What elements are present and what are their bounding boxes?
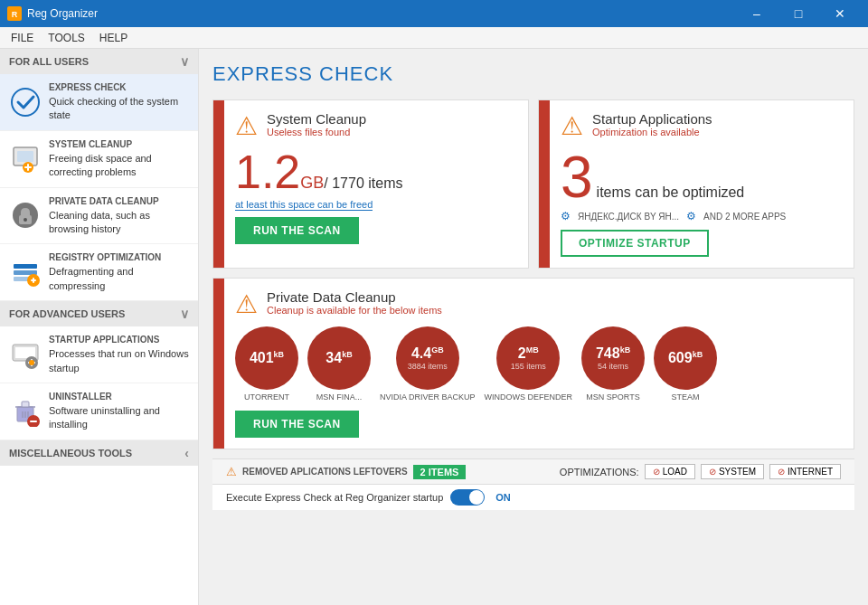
system-opt-button[interactable]: ⊘ SYSTEM [701,464,764,479]
execute-row: Execute Express Check at Reg Organizer s… [212,484,854,510]
bottom-bar: ⚠ REMOVED APLICATIONS LEFTOVERS 2 ITEMS … [212,458,854,484]
card-note-link[interactable]: d [367,199,373,211]
circle-msn-fina: 34kB MSN FINA... [307,326,371,402]
sidebar-item-uninstaller[interactable]: UNINSTALLER Software uninstalling and in… [0,383,198,440]
system-cleanup-size: 1.2 [235,146,300,198]
svg-rect-4 [17,151,33,162]
run-scan-button-private[interactable]: RUN THE SCAN [235,411,359,438]
svg-point-2 [12,89,39,116]
load-opt-icon: ⊘ [653,467,660,477]
menubar: FILE TOOLS HELP [0,27,868,49]
warning-icon-private: ⚠ [235,289,258,319]
system-cleanup-card-title: System Cleanup [267,111,366,127]
chevron-left-icon: ‹ [184,446,189,460]
private-card-title: Private Data Cleanup [267,289,442,305]
internet-opt-button[interactable]: ⊘ INTERNET [769,464,841,479]
registry-opt-icon [9,256,42,288]
sidebar-section-misc-tools[interactable]: MISCELLANEOUS TOOLS ‹ [0,440,198,466]
warning-small-icon: ⚠ [226,465,237,478]
top-cards: ⚠ System Cleanup Useless files found 1.2… [212,99,854,269]
titlebar-controls: – □ ✕ [736,0,861,27]
sidebar-item-system-cleanup[interactable]: SYSTEM CLEANUP Freeing disk space and co… [0,131,198,188]
card-accent-startup [539,100,550,268]
startup-app1: ЯНДЕКС.ДИСК BY ЯН... [578,212,679,222]
sidebar-item-private-data[interactable]: PRIVATE DATA CLEANUP Cleaning data, such… [0,188,198,245]
execute-toggle[interactable] [450,489,485,506]
gear-icon-2: ⚙ [686,210,696,222]
sidebar-item-express-check[interactable]: EXPRESS CHECK Quick checking of the syst… [0,74,198,131]
sidebar: FOR ALL USERS ∨ EXPRESS CHECK Quick chec… [0,49,199,605]
content-area: EXPRESS CHECK ⚠ System Cleanup Useless f… [199,49,868,605]
startup-app2: AND 2 MORE APPS [703,212,786,222]
optimize-startup-button[interactable]: OPTIMIZE STARTUP [561,230,709,257]
optimizations-label: OPTIMIZATIONS: [560,467,639,477]
maximize-button[interactable]: □ [778,0,819,27]
card-note-text: at least this space can be freed [235,199,373,211]
uninstaller-icon [9,395,42,428]
svg-rect-18 [22,402,29,407]
system-cleanup-card: ⚠ System Cleanup Useless files found 1.2… [212,99,529,269]
titlebar-left: R Reg Organizer [7,6,98,21]
sidebar-item-registry-opt[interactable]: REGISTRY OPTIMIZATION Defragmenting and … [0,244,198,301]
close-button[interactable]: ✕ [819,0,861,27]
startup-suffix: items can be optimized [597,184,745,200]
private-data-card: ⚠ Private Data Cleanup Cleanup is availa… [212,278,854,449]
gear-icon-1: ⚙ [561,210,571,222]
svg-point-16 [29,360,34,365]
removed-label: REMOVED APLICATIONS LEFTOVERS [242,467,408,477]
system-cleanup-card-subtitle: Useless files found [267,127,366,137]
system-opt-icon: ⊘ [709,467,716,477]
titlebar: R Reg Organizer – □ ✕ [0,0,868,27]
private-circles: 401kB UTORRENT 34kB MSN FINA... 4.4GB [235,326,843,402]
toggle-state-label: ON [495,492,511,503]
system-cleanup-items: / 1770 items [324,175,402,191]
removed-badge: ⚠ REMOVED APLICATIONS LEFTOVERS 2 ITEMS [226,465,466,479]
toggle-knob [469,490,484,505]
main-layout: FOR ALL USERS ∨ EXPRESS CHECK Quick chec… [0,49,868,605]
internet-opt-icon: ⊘ [778,467,785,477]
sidebar-item-startup-apps[interactable]: STARTUP APPLICATIONS Processes that run … [0,326,198,383]
circle-steam: 609kB STEAM [654,326,717,402]
sidebar-section-for-advanced-users[interactable]: FOR ADVANCED USERS ∨ [0,301,198,326]
card-accent-private [213,279,224,449]
private-card-subtitle: Cleanup is available for the below items [267,305,442,316]
load-opt-button[interactable]: ⊘ LOAD [645,464,695,479]
page-title: EXPRESS CHECK [212,62,854,86]
circle-utorrent: 401kB UTORRENT [235,326,298,402]
startup-applications-card: ⚠ Startup Applications Optimization is a… [538,99,854,269]
menu-file[interactable]: FILE [4,30,41,46]
items-badge[interactable]: 2 ITEMS [413,465,467,479]
circle-nvidia: 4.4GB 3884 items NVIDIA DRIVER BACKUP [380,326,476,402]
private-data-icon [9,199,42,232]
system-cleanup-icon [9,143,42,175]
chevron-down-icon: ∨ [180,54,189,69]
app-title: Reg Organizer [27,7,98,20]
svg-point-8 [24,218,27,222]
warning-icon-system: ⚠ [235,111,258,141]
sidebar-section-for-all-users[interactable]: FOR ALL USERS ∨ [0,49,198,74]
minimize-button[interactable]: – [736,0,778,27]
card-accent-left [213,100,224,268]
system-cleanup-unit: GB [300,174,324,192]
app-icon: R [7,6,22,21]
svg-text:R: R [12,10,18,19]
circle-msn-sports: 748kB 54 items MSN SPORTS [581,326,645,402]
svg-rect-9 [14,264,37,269]
circle-windows-defender: 2MB 155 items WINDOWS DEFENDER [485,326,573,402]
startup-count: 3 [561,145,593,210]
execute-label: Execute Express Check at Reg Organizer s… [226,492,443,503]
menu-help[interactable]: HELP [92,30,135,46]
chevron-down-icon-2: ∨ [180,307,189,321]
startup-apps-icon [9,338,42,371]
menu-tools[interactable]: TOOLS [41,30,91,46]
startup-card-subtitle: Optimization is available [592,127,712,137]
startup-card-title: Startup Applications [592,111,712,127]
optimizations-section: OPTIMIZATIONS: ⊘ LOAD ⊘ SYSTEM ⊘ INTERNE… [560,464,841,479]
express-check-icon [9,86,42,118]
run-scan-button-system[interactable]: RUN THE SCAN [235,217,359,244]
warning-icon-startup: ⚠ [561,111,583,141]
